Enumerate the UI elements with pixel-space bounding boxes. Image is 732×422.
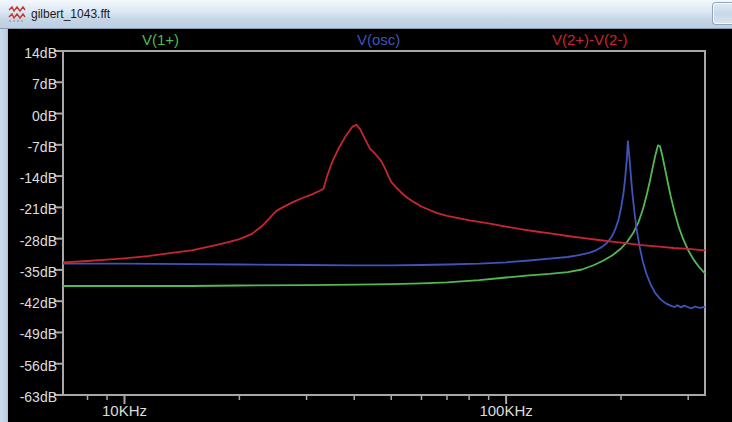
window-title: gilbert_1043.fft xyxy=(31,7,110,21)
y-axis-label: 0dB xyxy=(0,108,57,124)
plot-frame xyxy=(63,51,705,395)
close-button[interactable] xyxy=(713,3,732,24)
legend-item[interactable]: V(2+)-V(2-) xyxy=(552,31,627,48)
y-axis-label: -63dB xyxy=(0,389,57,405)
trace-v-2+-v-2- xyxy=(63,125,705,263)
legend-item[interactable]: V(osc) xyxy=(357,31,400,48)
y-axis-label: 7dB xyxy=(0,76,57,92)
y-axis-label: -14dB xyxy=(0,170,57,186)
window-frame-left xyxy=(0,29,8,422)
legend-item[interactable]: V(1+) xyxy=(142,31,179,48)
title-bar[interactable]: gilbert_1043.fft xyxy=(0,0,732,29)
y-axis-label: -42dB xyxy=(0,295,57,311)
y-axis-label: -21dB xyxy=(0,201,57,217)
waveform-file-icon xyxy=(8,5,26,22)
x-axis-label: 10KHz xyxy=(79,402,169,419)
y-axis-label: -56dB xyxy=(0,358,57,374)
y-axis-label: -7dB xyxy=(0,139,57,155)
y-axis-label: -49dB xyxy=(0,326,57,342)
x-axis-label: 100KHz xyxy=(461,402,551,419)
y-axis-label: 14dB xyxy=(0,45,57,61)
y-axis-label: -35dB xyxy=(0,264,57,280)
y-axis-label: -28dB xyxy=(0,233,57,249)
fft-plot-window: V(1+)V(osc)V(2+)-V(2-)14dB7dB0dB-7dB-14d… xyxy=(0,0,732,422)
fft-plot[interactable] xyxy=(0,0,732,422)
